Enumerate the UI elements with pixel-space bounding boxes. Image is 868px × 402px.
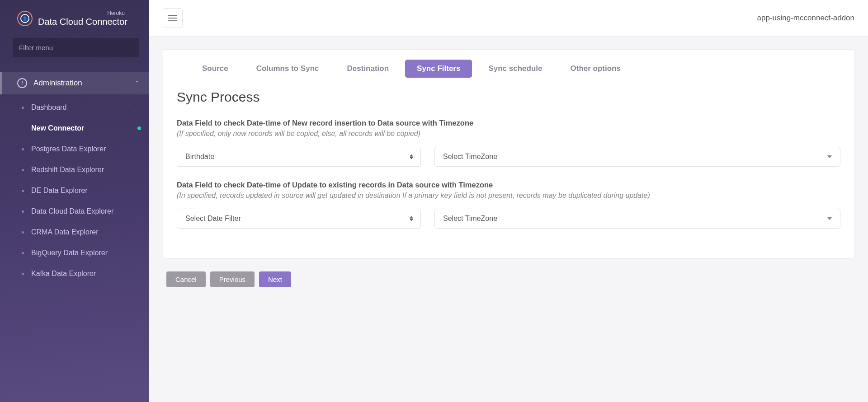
field-hint: (If specified, only new records will be … [177,130,840,138]
field-hint: (In specified, records updated in source… [177,192,840,200]
bullet-icon [22,252,24,254]
bullet-icon [22,127,24,130]
nav-header-administration[interactable]: i Administration ⌃ [0,72,149,94]
hamburger-button[interactable] [163,8,183,28]
update-record-date-select[interactable]: Select Date Filter [177,209,421,229]
hamburger-icon [168,15,177,21]
topbar: app-using-mcconnect-addon [149,0,868,37]
chevron-down-icon [827,217,832,220]
content: Source Columns to Sync Destination Sync … [149,37,868,402]
tab-sync-schedule[interactable]: Sync schedule [476,60,554,78]
select-value: Select Date Filter [185,215,241,222]
sidebar: 👤 Heroku Data Cloud Connector i Administ… [0,0,149,402]
sort-icon [410,216,413,221]
field-label: Data Field to check Date-time of Update … [177,179,840,191]
wizard-tabs: Source Columns to Sync Destination Sync … [163,50,854,83]
tab-source[interactable]: Source [190,60,240,78]
brand-logo-icon: 👤 [17,11,33,26]
sidebar-item-label: Data Cloud Data Explorer [31,207,113,215]
brand-subtitle: Heroku [107,10,127,16]
tab-columns[interactable]: Columns to Sync [245,60,331,78]
bullet-icon [22,231,24,234]
sort-icon [410,154,413,159]
select-value: Select TimeZone [443,215,497,222]
tab-other-options[interactable]: Other options [559,60,632,78]
brand: 👤 Heroku Data Cloud Connector [0,0,149,32]
bullet-icon [22,107,24,109]
sidebar-item-de[interactable]: DE Data Explorer [0,180,149,201]
select-value: Select TimeZone [443,153,497,160]
sidebar-item-label: BigQuery Data Explorer [31,249,108,257]
nav-list: Dashboard New Connector Postgres Data Ex… [0,94,149,287]
new-record-timezone-select[interactable]: Select TimeZone [434,147,840,167]
app-name: app-using-mcconnect-addon [757,14,854,23]
field-group-new-record: Data Field to check Date-time of New rec… [177,117,840,167]
sidebar-item-datacloud[interactable]: Data Cloud Data Explorer [0,201,149,222]
previous-button[interactable]: Previous [210,271,255,287]
new-record-date-select[interactable]: Birthdate [177,147,421,167]
cancel-button[interactable]: Cancel [166,271,206,287]
bullet-icon [22,210,24,213]
active-indicator-icon [137,126,141,130]
bullet-icon [22,190,24,192]
main: app-using-mcconnect-addon Source Columns… [149,0,868,402]
field-group-update-record: Data Field to check Date-time of Update … [177,179,840,229]
chevron-down-icon [827,155,832,158]
info-icon: i [17,78,27,88]
tab-destination[interactable]: Destination [335,60,401,78]
brand-text: Heroku Data Cloud Connector [38,10,127,27]
sidebar-item-redshift[interactable]: Redshift Data Explorer [0,159,149,180]
sidebar-item-label: Postgres Data Explorer [31,145,106,153]
chevron-up-icon: ⌃ [135,80,139,86]
sidebar-item-label: DE Data Explorer [31,187,88,195]
page-title: Sync Process [177,89,840,105]
sidebar-item-postgres[interactable]: Postgres Data Explorer [0,139,149,159]
sidebar-item-label: New Connector [31,124,84,132]
field-label: Data Field to check Date-time of New rec… [177,117,840,129]
tab-sync-filters[interactable]: Sync Filters [405,60,472,78]
select-value: Birthdate [185,153,214,160]
sidebar-item-new-connector[interactable]: New Connector [0,118,149,139]
sidebar-item-bigquery[interactable]: BigQuery Data Explorer [0,243,149,263]
wizard-actions: Cancel Previous Next [163,271,854,287]
sidebar-item-label: Redshift Data Explorer [31,166,104,174]
nav-header-label: Administration [33,79,128,88]
sidebar-item-label: CRMA Data Explorer [31,228,99,236]
bullet-icon [22,273,24,275]
nav-section-administration: i Administration ⌃ Dashboard New Connect… [0,72,149,287]
bullet-icon [22,169,24,171]
filter-menu-input[interactable] [13,38,139,57]
sidebar-item-dashboard[interactable]: Dashboard [0,97,149,118]
bullet-icon [22,148,24,150]
update-record-timezone-select[interactable]: Select TimeZone [434,209,840,229]
next-button[interactable]: Next [259,271,291,287]
sidebar-item-label: Dashboard [31,103,66,112]
sidebar-item-label: Kafka Data Explorer [31,270,96,278]
sidebar-item-kafka[interactable]: Kafka Data Explorer [0,263,149,284]
sidebar-item-crma[interactable]: CRMA Data Explorer [0,222,149,243]
wizard-card: Source Columns to Sync Destination Sync … [163,49,854,259]
brand-title: Data Cloud Connector [38,16,127,27]
